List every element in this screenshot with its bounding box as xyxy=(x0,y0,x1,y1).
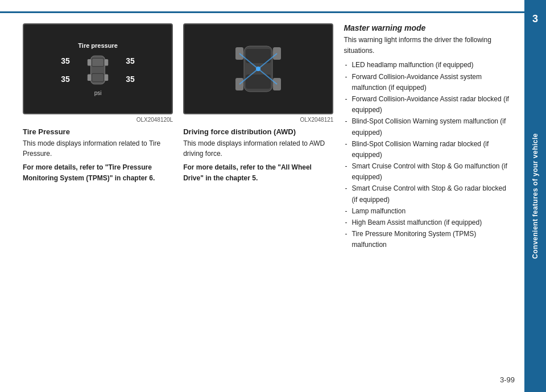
master-warning-title: Master warning mode xyxy=(344,23,509,32)
sidebar-label: Convenient features of your vehicle xyxy=(531,133,539,259)
awd-section-body: This mode displays information related t… xyxy=(183,138,333,159)
list-item: Lamp malfunction xyxy=(344,206,509,217)
car-top-view-svg xyxy=(84,53,112,86)
list-item: Forward Collision-Avoidance Assist radar… xyxy=(344,94,509,115)
list-item: Smart Cruise Control with Stop & Go malf… xyxy=(344,161,509,183)
tire-image-caption: OLX2048120L xyxy=(23,117,173,123)
main-content: Tire pressure 35 xyxy=(17,23,515,251)
tire-section-bold: For more details, refer to "Tire Pressur… xyxy=(23,162,173,184)
tire-section-body: This mode displays information related t… xyxy=(23,138,173,159)
awd-section-bold: For more details, refer to the "All Whee… xyxy=(183,162,333,184)
svg-rect-7 xyxy=(92,59,104,66)
page-container: 3 Convenient features of your vehicle Ti… xyxy=(0,0,546,392)
list-item: Forward Collision-Avoidance Assist syste… xyxy=(344,72,509,93)
list-item: Blind-Spot Collision Warning system malf… xyxy=(344,116,509,138)
right-sidebar: 3 Convenient features of your vehicle xyxy=(524,0,546,392)
master-warning-intro: This warning light informs the driver th… xyxy=(344,35,509,56)
list-item: Tire Pressure Monitoring System (TPMS) m… xyxy=(344,229,509,250)
svg-rect-8 xyxy=(92,73,104,81)
svg-rect-3 xyxy=(88,59,92,65)
tire-pressure-display-label: Tire pressure xyxy=(78,42,118,49)
tire-pressure-column: Tire pressure 35 xyxy=(23,23,173,251)
psi-unit-label: psi xyxy=(94,90,102,96)
tire-section-title: Tire Pressure xyxy=(23,127,173,136)
page-number: 3-99 xyxy=(500,376,515,384)
three-column-layout: Tire pressure 35 xyxy=(23,23,509,251)
master-warning-column: Master warning mode This warning light i… xyxy=(344,23,509,251)
master-warning-list: LED headlamp malfunction (if equipped) F… xyxy=(344,60,509,250)
awd-image-caption: OLX2048121 xyxy=(183,117,333,123)
svg-rect-6 xyxy=(105,74,109,81)
top-line xyxy=(0,11,546,13)
tire-bottom-right: 35 xyxy=(126,75,135,84)
tire-pressure-display: Tire pressure 35 xyxy=(23,23,173,114)
tire-bottom-left: 35 xyxy=(61,75,70,84)
sidebar-chapter-number: 3 xyxy=(524,8,546,30)
list-item: High Beam Assist malfunction (if equippe… xyxy=(344,217,509,228)
list-item: Blind-Spot Collision Warning radar block… xyxy=(344,139,509,160)
svg-point-20 xyxy=(256,67,260,71)
awd-column: OLX2048121 Driving force distribution (A… xyxy=(183,23,333,251)
tire-top-right: 35 xyxy=(126,56,135,65)
awd-display xyxy=(183,23,333,114)
awd-car-svg xyxy=(230,35,287,103)
list-item: LED headlamp malfunction (if equipped) xyxy=(344,60,509,71)
svg-rect-5 xyxy=(88,74,92,81)
tire-grid: 35 xyxy=(51,52,144,88)
awd-section-title: Driving force distribution (AWD) xyxy=(183,127,333,136)
tire-top-left: 35 xyxy=(61,56,70,65)
car-icon-center xyxy=(84,53,112,86)
list-item: Smart Cruise Control with Stop & Go rada… xyxy=(344,183,509,205)
svg-rect-4 xyxy=(105,59,109,65)
